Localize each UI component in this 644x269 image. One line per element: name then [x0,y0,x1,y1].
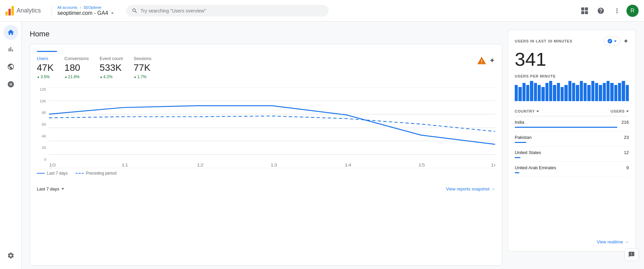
svg-text:11: 11 [122,163,128,167]
country-name: Pakistan [515,135,532,140]
card-footer: Last 7 days View reports snapshot → [37,181,495,191]
country-rows: India 216 Pakistan 23 United States 12 U… [515,116,629,177]
advertising-icon [7,81,15,88]
sidebar-item-reports[interactable] [3,41,19,57]
metric-sessions-label[interactable]: Sessions [134,56,152,61]
chart-svg: 10 Jul 11 12 13 14 15 16 [49,87,495,168]
view-reports-link[interactable]: View reports snapshot → [446,186,495,191]
breadcrumb-accounts[interactable]: All accounts [57,5,77,9]
view-realtime-link[interactable]: View realtime → [597,239,629,244]
realtime-sparkle-icon[interactable]: ✦ [623,37,629,45]
country-name: United Arab Emirates [515,165,556,170]
top-nav: Analytics All accounts › SEOptimer seopt… [0,0,644,22]
y-label-6k: 6K [37,122,46,126]
date-range-selector[interactable]: Last 7 days [37,186,64,191]
grid-button[interactable] [578,4,591,18]
sidebar-item-home[interactable] [3,25,18,40]
country-row: United Arab Emirates 9 [515,162,629,177]
metric-users-change: 3.5% [37,74,54,79]
chart-container: 12K 10K 8K 6K 4K 2K 0 [37,87,495,168]
mini-bar [553,85,556,101]
realtime-title: USERS IN LAST 30 MINUTES [515,39,572,43]
site-selector[interactable]: seoptimer.com - GA4 [57,10,115,16]
mini-bar [576,85,579,101]
search-input[interactable] [140,8,323,13]
realtime-footer: View realtime → [515,239,629,244]
metric-conversions-value: 180 [64,62,89,73]
mini-bar [591,81,594,101]
legend-last7days: Last 7 days [37,171,68,176]
sidebar [0,22,22,269]
help-button[interactable] [594,4,608,18]
users-tab-indicator [37,51,57,52]
country-row: Pakistan 23 [515,131,629,147]
country-col-label: COUNTRY [515,109,535,113]
avatar[interactable]: R [626,5,639,17]
mini-bar [522,83,526,101]
mini-bar [580,81,583,101]
country-col-header[interactable]: COUNTRY [515,109,539,113]
breadcrumb: All accounts › SEOptimer [57,5,115,9]
country-bar [515,127,617,128]
legend-dashed-line [76,173,84,174]
y-label-2k: 2K [37,146,46,150]
sparkle-icon[interactable]: ✦ [489,56,495,65]
country-row: India 216 [515,116,629,131]
check-dropdown[interactable] [603,37,620,46]
y-label-0: 0 [37,157,46,161]
chart-legend: Last 7 days Preceding period [37,171,495,176]
search-bar[interactable] [126,5,329,17]
metric-users: Users 47K 3.5% [37,56,54,79]
country-bar [515,172,519,173]
mini-bar [572,83,575,101]
more-button[interactable] [610,4,624,18]
feedback-icon [628,251,635,258]
legend-preceding-label: Preceding period [86,171,116,176]
feedback-button[interactable] [624,248,639,261]
help-icon [597,7,605,14]
svg-text:10: 10 [49,163,56,167]
metric-sessions: Sessions 77K 1.7% [134,56,152,79]
metric-sessions-change: 1.7% [134,74,152,79]
country-table-header: COUNTRY USERS [515,107,629,116]
bar-chart-icon [7,46,15,53]
legend-solid-line [37,173,45,174]
sidebar-item-advertising[interactable] [3,76,19,92]
realtime-header: USERS IN LAST 30 MINUTES ✦ [515,37,629,46]
right-panel: USERS IN LAST 30 MINUTES ✦ 341 USERS PER… [508,30,636,261]
app-name: Analytics [17,7,41,14]
mini-bar [545,83,548,101]
metric-events: Event count 533K 4.2% [100,56,123,79]
account-area: All accounts › SEOptimer seoptimer.com -… [57,5,115,16]
svg-text:15: 15 [418,163,425,167]
mini-bar [622,81,625,101]
warning-icon[interactable] [477,56,486,65]
home-icon [7,29,15,36]
mini-bar [568,81,571,101]
breadcrumb-site[interactable]: SEOptimer [83,5,102,9]
country-bar [515,142,526,143]
metric-events-label[interactable]: Event count [100,56,123,61]
country-row: United States 12 [515,147,629,162]
mini-bar [595,83,598,101]
country-name: United States [515,150,541,155]
metric-users-value: 47K [37,62,54,73]
chevron-down-icon [109,10,115,16]
date-range-chevron [61,188,64,190]
country-count: 12 [624,150,629,155]
sidebar-item-settings[interactable] [3,247,19,264]
metric-icons: ✦ [477,56,495,65]
mini-bar [538,85,541,101]
mini-bar [561,87,564,101]
y-label-10k: 10K [37,99,46,103]
mini-bar [541,87,544,101]
metric-users-label[interactable]: Users [37,56,54,61]
metric-conversions-change: 21.6% [64,74,89,79]
view-reports-arrow: → [491,186,495,191]
country-count: 9 [626,165,629,170]
users-col-header[interactable]: USERS [611,109,629,113]
sidebar-item-explore[interactable] [3,59,19,75]
metric-conversions-label[interactable]: Conversions [64,56,89,61]
main-card: Users 47K 3.5% Conversions 180 21.6% Eve… [30,44,502,266]
grid-icon [581,7,588,14]
